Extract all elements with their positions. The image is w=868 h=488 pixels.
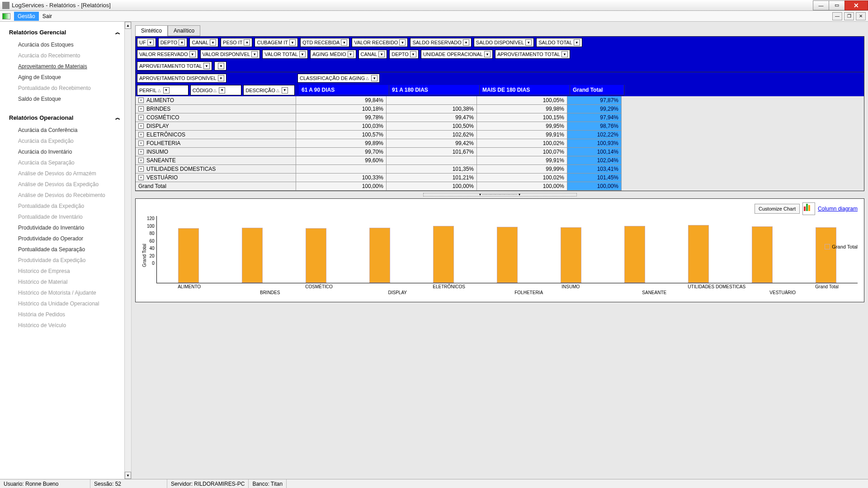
dropdown-icon[interactable]: ▼: [189, 51, 196, 57]
window-minimize-button[interactable]: —: [813, 0, 829, 10]
pivot-filter-chip[interactable]: SALDO DISPONÍVEL▼: [474, 38, 534, 47]
dropdown-icon[interactable]: ▼: [244, 39, 250, 46]
pivot-row-label[interactable]: +SANEANTE: [136, 156, 296, 165]
dropdown-icon[interactable]: ▼: [210, 39, 216, 46]
pivot-column-header[interactable]: 91 A 180 DIAS: [389, 85, 480, 95]
sidebar-item[interactable]: Acurácia da Conferência: [5, 125, 124, 136]
tab-sintético[interactable]: Sintético: [135, 25, 168, 36]
pivot-filter-chip[interactable]: VALOR RECEBIDO▼: [352, 38, 408, 47]
window-maximize-button[interactable]: ▭: [829, 0, 845, 10]
sidebar-item[interactable]: Acurácia do Recebimento: [5, 50, 124, 61]
dropdown-icon[interactable]: ▼: [282, 87, 288, 94]
pivot-row-field[interactable]: PERFIL△▼: [137, 85, 189, 95]
dropdown-icon[interactable]: ▼: [218, 63, 224, 69]
sidebar-panel-operacional-header[interactable]: Relatórios Operacional ︽: [5, 111, 124, 125]
expand-icon[interactable]: +: [138, 132, 144, 137]
expand-icon[interactable]: +: [138, 166, 144, 172]
scroll-up-button[interactable]: ▲: [125, 22, 131, 29]
pivot-filter-chip[interactable]: UF▼: [137, 38, 156, 47]
pivot-column-header[interactable]: 61 A 90 DIAS: [299, 85, 389, 95]
sidebar-item[interactable]: Produtividade do Operador: [5, 233, 124, 244]
mdi-close-button[interactable]: ✕: [856, 12, 866, 20]
sidebar-item[interactable]: Acurácia da Expedição: [5, 136, 124, 146]
sidebar-item[interactable]: Aproveitamento de Materiais: [5, 61, 124, 72]
dropdown-icon[interactable]: ▼: [251, 51, 258, 57]
pivot-filter-chip[interactable]: CANAL▼: [359, 50, 387, 59]
expand-icon[interactable]: +: [138, 175, 144, 180]
scroll-down-button[interactable]: ▼: [125, 472, 131, 479]
pivot-filter-chip[interactable]: DEPTO▼: [389, 50, 419, 59]
dropdown-icon[interactable]: ▼: [561, 51, 568, 57]
pivot-column-header[interactable]: MAIS DE 180 DIAS: [480, 85, 570, 95]
pivot-filter-chip[interactable]: CUBAGEM IT▼: [255, 38, 297, 47]
expand-icon[interactable]: +: [138, 106, 144, 112]
sidebar-item[interactable]: História de Pedidos: [5, 309, 124, 320]
sidebar-item[interactable]: Análise de Desvios do Armazém: [5, 168, 124, 179]
sidebar-item[interactable]: Saldo de Estoque: [5, 94, 124, 104]
expand-icon[interactable]: +: [138, 158, 144, 163]
sidebar-item[interactable]: Produtividade da Expedição: [5, 255, 124, 266]
pivot-filter-chip[interactable]: VALOR TOTAL▼: [262, 50, 308, 59]
sidebar-item[interactable]: Aging de Estoque: [5, 72, 124, 83]
dropdown-icon[interactable]: ▼: [484, 51, 491, 57]
dropdown-icon[interactable]: ▼: [147, 39, 154, 46]
dropdown-icon[interactable]: ▼: [378, 51, 385, 57]
expand-icon[interactable]: +: [138, 123, 144, 129]
dropdown-icon[interactable]: ▼: [525, 39, 532, 46]
dropdown-icon[interactable]: ▼: [348, 51, 354, 57]
pivot-row-label[interactable]: +FOLHETERIA: [136, 139, 296, 148]
sidebar-panel-gerencial-header[interactable]: Relatórios Gerencial ︽: [5, 25, 124, 39]
dropdown-icon[interactable]: ▼: [399, 39, 406, 46]
sidebar-item[interactable]: Histórico de Motorista / Ajudante: [5, 287, 124, 298]
pivot-filter-chip[interactable]: APROVEITAMENTO TOTAL▼: [137, 61, 212, 70]
pivot-column-header[interactable]: Grand Total: [570, 85, 624, 95]
column-diagram-link[interactable]: Column diagram: [818, 206, 858, 212]
mdi-minimize-button[interactable]: —: [832, 12, 842, 20]
sidebar-item[interactable]: Histórico de Material: [5, 277, 124, 287]
sidebar-item[interactable]: Pontualidade de Inventário: [5, 211, 124, 222]
sidebar-scrollbar[interactable]: ▲ ▼: [124, 22, 132, 479]
sidebar-item[interactable]: Acurácia da Separação: [5, 157, 124, 168]
dropdown-icon[interactable]: ▼: [463, 39, 469, 46]
pivot-filter-chip[interactable]: APROVEITAMENTO TOTAL▼: [495, 50, 570, 59]
pivot-row-label[interactable]: +INSUMO: [136, 148, 296, 156]
pivot-row-label[interactable]: +VESTUÁRIO: [136, 174, 296, 182]
menu-item-gestão[interactable]: Gestão: [14, 12, 39, 21]
pivot-filter-chip[interactable]: AGING MÉDIO▼: [310, 50, 356, 59]
sidebar-item[interactable]: Acurácia dos Estoques: [5, 39, 124, 50]
pivot-row-label[interactable]: +DISPLAY: [136, 122, 296, 131]
pivot-filter-chip[interactable]: VALOR DISPONÍVEL▼: [200, 50, 260, 59]
dropdown-icon[interactable]: ▼: [299, 51, 306, 57]
pivot-row-label[interactable]: +BRINDES: [136, 105, 296, 113]
sidebar-item[interactable]: Produtividade do Inventário: [5, 222, 124, 233]
dropdown-icon[interactable]: ▼: [179, 39, 185, 46]
pivot-row-label[interactable]: +ELETRÔNICOS: [136, 131, 296, 139]
tab-analítico[interactable]: Analítico: [168, 25, 200, 36]
expand-icon[interactable]: +: [138, 141, 144, 146]
pivot-row-label[interactable]: +COSMÉTICO: [136, 113, 296, 122]
dropdown-icon[interactable]: ▼: [289, 39, 296, 46]
pivot-row-label[interactable]: +ALIMENTO: [136, 96, 296, 105]
pivot-filter-chip[interactable]: CANAL▼: [189, 38, 218, 47]
menu-item-sair[interactable]: Sair: [39, 12, 56, 21]
sidebar-item[interactable]: Historico de Empresa: [5, 266, 124, 277]
dropdown-icon[interactable]: ▼: [341, 39, 347, 46]
expand-icon[interactable]: +: [138, 98, 144, 103]
pivot-filter-chip[interactable]: SALDO TOTAL▼: [536, 38, 582, 47]
sidebar-item[interactable]: Pontualidade da Separação: [5, 244, 124, 255]
sidebar-item[interactable]: Histórico da Unidade Operacional: [5, 298, 124, 309]
expand-icon[interactable]: +: [138, 115, 144, 120]
pivot-filter-chip[interactable]: PESO IT▼: [221, 38, 252, 47]
sidebar-item[interactable]: Acurácia do Inventário: [5, 146, 124, 157]
pivot-column-field[interactable]: CLASSIFICAÇÃO DE AGING △ ▼: [297, 74, 380, 83]
expand-icon[interactable]: +: [138, 149, 144, 155]
chart-type-icon-button[interactable]: [802, 202, 815, 215]
pivot-filter-chip[interactable]: DEPTO▼: [158, 38, 188, 47]
sidebar-item[interactable]: Pontualidade da Expedição: [5, 201, 124, 211]
customize-chart-button[interactable]: Customize Chart: [755, 204, 800, 214]
sidebar-item[interactable]: Pontualidade do Recebimento: [5, 83, 124, 94]
pivot-filter-chip[interactable]: QTD RECEBIDA▼: [300, 38, 350, 47]
splitter-handle[interactable]: ▾ ··································· ▾: [135, 192, 864, 197]
dropdown-icon[interactable]: ▼: [203, 63, 210, 69]
dropdown-icon[interactable]: ▼: [219, 87, 225, 94]
